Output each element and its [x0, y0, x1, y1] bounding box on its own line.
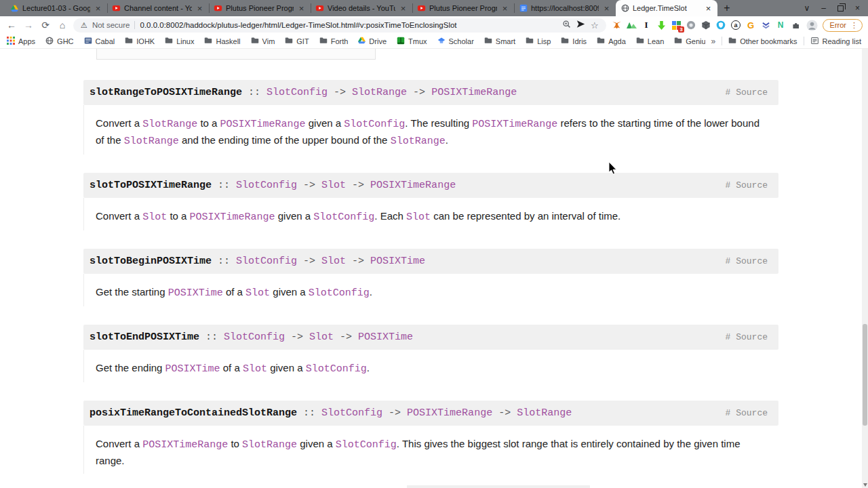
inline-type-link[interactable]: SlotConfig — [309, 287, 370, 299]
inline-type-link[interactable]: SlotConfig — [344, 119, 405, 130]
chevrons-extension-icon[interactable] — [760, 20, 772, 31]
down-arrow-extension-icon[interactable] — [656, 20, 667, 31]
bookmarks-overflow-chevron[interactable]: » — [711, 37, 715, 46]
bookmark-star-icon[interactable]: ☆ — [591, 21, 599, 30]
type-link[interactable]: POSIXTimeRange — [431, 87, 517, 98]
browser-menu-error-button[interactable]: Error ⋮ — [823, 19, 863, 32]
type-link[interactable]: SlotRange — [517, 407, 572, 419]
tab-close-icon[interactable]: × — [195, 4, 204, 13]
function-name-anchor[interactable]: posixTimeRangeToContainedSlotRange — [90, 407, 297, 419]
inline-type-link[interactable]: SlotConfig — [306, 363, 367, 375]
back-button[interactable]: ← — [5, 19, 18, 31]
scrollbar-down-arrow[interactable] — [863, 483, 867, 487]
browser-tab[interactable]: Plutus Pioneer Program× — [412, 0, 514, 16]
inline-type-link[interactable]: Slot — [243, 363, 267, 375]
type-link[interactable]: SlotConfig — [321, 407, 382, 419]
inline-type-link[interactable]: SlotRange — [242, 439, 297, 451]
type-link[interactable]: POSIXTime — [358, 331, 413, 343]
inline-type-link[interactable]: POSIXTime — [168, 287, 223, 299]
bookmark-item[interactable]: Cabal — [84, 37, 115, 46]
source-link[interactable]: # Source — [726, 332, 768, 342]
bookmark-item[interactable]: IOHK — [125, 37, 155, 45]
type-link[interactable]: SlotConfig — [236, 180, 297, 191]
circle-a-extension-icon[interactable]: a — [730, 20, 742, 31]
address-bar[interactable]: ⚠ Not secure 0.0.0.0:8002/haddock/plutus… — [73, 18, 606, 33]
camera-extension-icon[interactable] — [686, 20, 697, 31]
restore-button[interactable] — [837, 5, 844, 12]
bookmark-item[interactable]: Lisp — [526, 37, 551, 45]
inline-type-link[interactable]: POSIXTimeRange — [142, 439, 228, 451]
type-link[interactable]: POSIXTimeRange — [407, 407, 492, 419]
browser-tab[interactable]: Channel content - YouTu× — [107, 0, 209, 16]
bookmark-item[interactable]: Genius Yield — [674, 37, 705, 45]
inline-type-link[interactable]: SlotConfig — [336, 439, 397, 451]
inline-type-link[interactable]: POSIXTime — [165, 363, 220, 375]
bookmark-item[interactable]: Apps — [7, 37, 35, 46]
bookmark-item[interactable]: Idris — [561, 37, 587, 45]
source-link[interactable]: # Source — [726, 87, 768, 98]
type-link[interactable]: SlotRange — [352, 87, 407, 98]
bookmark-item[interactable]: Drive — [358, 37, 387, 45]
mountain-extension-icon[interactable] — [626, 20, 637, 31]
tab-close-icon[interactable]: × — [297, 4, 306, 13]
home-button[interactable]: ⌂ — [56, 19, 68, 31]
reading-list-button[interactable]: Reading list — [810, 37, 861, 46]
scrollbar-thumb[interactable] — [863, 324, 867, 426]
inline-type-link[interactable]: SlotRange — [142, 119, 197, 130]
inline-type-link[interactable]: SlotConfig — [313, 211, 374, 223]
minimize-button[interactable]: – — [821, 4, 826, 12]
security-label[interactable]: Not secure — [92, 21, 130, 29]
bookmark-item[interactable]: Scholar — [437, 37, 474, 46]
url-text[interactable]: 0.0.0.0:8002/haddock/plutus-ledger/html/… — [140, 21, 557, 29]
tab-close-icon[interactable]: × — [704, 4, 713, 13]
cube-extension-icon[interactable] — [701, 20, 712, 31]
inline-type-link[interactable]: POSIXTimeRange — [472, 119, 557, 130]
bookmark-item[interactable]: Smart — [484, 37, 515, 45]
browser-tab[interactable]: Ledger.TimeSlot× — [616, 0, 717, 16]
browser-tab[interactable]: Lecture01-03 - Google D× — [5, 0, 107, 16]
type-link[interactable]: Slot — [309, 331, 334, 343]
zoom-icon[interactable] — [562, 19, 571, 31]
bookmark-item[interactable]: Haskell — [204, 37, 240, 45]
type-link[interactable]: POSIXTime — [370, 256, 425, 267]
inline-type-link[interactable]: SlotRange — [124, 136, 179, 147]
letter-i-extension-icon[interactable]: I — [641, 20, 652, 31]
type-link[interactable]: SlotConfig — [236, 256, 297, 267]
inline-type-link[interactable]: Slot — [406, 211, 431, 223]
source-link[interactable]: # Source — [726, 408, 768, 418]
profile-avatar[interactable] — [806, 20, 818, 31]
type-link[interactable]: SlotConfig — [267, 87, 328, 98]
bookmark-item[interactable]: Lean — [636, 37, 664, 45]
browser-tab[interactable]: Plutus Pioneer Program× — [209, 0, 311, 16]
other-bookmarks-button[interactable]: Other bookmarks — [728, 37, 797, 45]
source-link[interactable]: # Source — [726, 180, 768, 190]
letter-g-extension-icon[interactable]: G — [745, 20, 757, 31]
puzzle-extension-icon[interactable] — [790, 20, 802, 31]
shield-extension-icon[interactable] — [715, 20, 727, 31]
function-name-anchor[interactable]: slotRangeToPOSIXTimeRange — [90, 87, 242, 98]
browser-tab[interactable]: Video details - YouTube S× — [311, 0, 412, 16]
bookmark-item[interactable]: GHC — [45, 37, 73, 46]
inline-type-link[interactable]: Slot — [245, 287, 270, 299]
type-link[interactable]: POSIXTimeRange — [370, 180, 456, 191]
tab-close-icon[interactable]: × — [602, 4, 611, 13]
new-tab-button[interactable]: + — [717, 0, 736, 16]
function-name-anchor[interactable]: slotToPOSIXTimeRange — [90, 180, 212, 191]
type-link[interactable]: Slot — [321, 256, 346, 267]
type-link[interactable]: Slot — [321, 180, 346, 191]
inline-type-link[interactable]: POSIXTimeRange — [220, 119, 306, 130]
bookmark-item[interactable]: Forth — [319, 37, 349, 45]
inline-type-link[interactable]: SlotRange — [391, 136, 446, 147]
window-menu-chevron-icon[interactable]: ∨ — [804, 4, 810, 12]
type-link[interactable]: SlotConfig — [224, 331, 285, 343]
close-button[interactable]: × — [855, 4, 860, 12]
letter-n-extension-icon[interactable]: N — [775, 20, 787, 31]
bookmark-item[interactable]: GIT — [285, 37, 309, 45]
inline-type-link[interactable]: POSIXTimeRange — [190, 211, 275, 223]
tab-close-icon[interactable]: × — [500, 4, 509, 13]
security-warning-icon[interactable]: ⚠ — [81, 22, 87, 29]
browser-tab[interactable]: https://localhost:8009× — [514, 0, 616, 16]
bookmark-item[interactable]: Vim — [251, 37, 275, 45]
source-link[interactable]: # Source — [726, 256, 768, 266]
function-name-anchor[interactable]: slotToEndPOSIXTime — [90, 331, 199, 343]
